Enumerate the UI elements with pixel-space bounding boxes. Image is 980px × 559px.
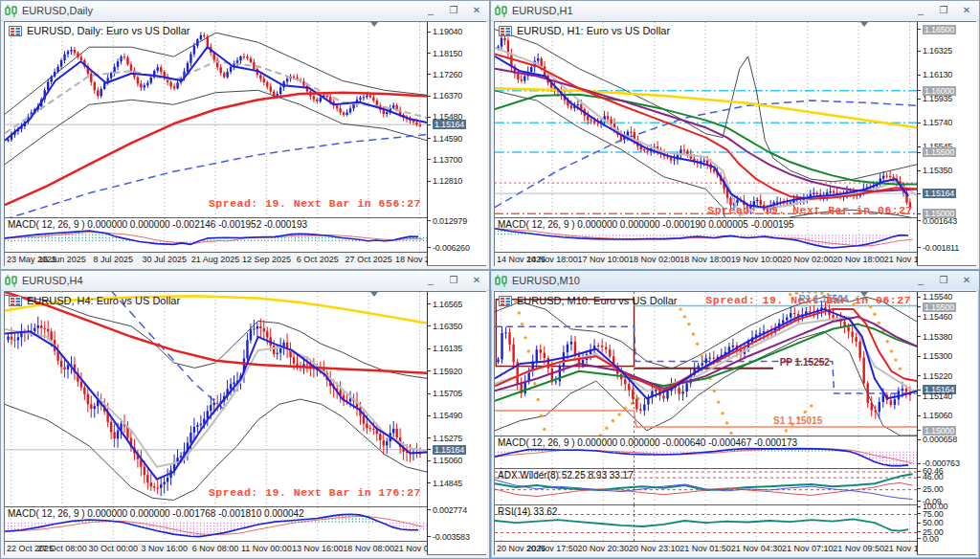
- price-chart[interactable]: [5, 292, 427, 506]
- close-button[interactable]: ✕: [960, 274, 973, 287]
- ma-trend-dashed: [110, 292, 224, 410]
- price-tick-label: 1.14590: [433, 134, 462, 144]
- minimize-button[interactable]: _: [424, 4, 437, 17]
- window-titlebar[interactable]: EURUSD,Daily_❐✕: [1, 1, 489, 21]
- date-label: 21 Nov 04:30: [731, 544, 783, 553]
- macd-pane: MACD( 12, 26, 9 ) 0.000000 0.000000 -0.0…: [495, 217, 917, 253]
- indicator-axis-label: 0.012979: [428, 216, 487, 226]
- price-pane: EURUSD, M10: Euro vs US DollarSpread: 19…: [495, 292, 917, 436]
- price-tick: 1.15350: [918, 166, 977, 175]
- price-tick: 1.15140: [918, 391, 977, 401]
- price-tick-label: 1.15500: [923, 147, 956, 157]
- symbol-icon: [495, 275, 508, 287]
- chart-window-eurusd-daily: EURUSD,Daily_❐✕EURUSD, Daily: Euro vs US…: [0, 0, 490, 270]
- window-titlebar[interactable]: EURUSD,M10_❐✕: [491, 271, 979, 291]
- date-axis: 20 Nov 202520 Nov 17:5020 Nov 20:3020 No…: [495, 541, 917, 556]
- tick-mark: [918, 306, 921, 307]
- chart-label: EURUSD, M10: Euro vs US Dollar: [499, 295, 678, 306]
- price-tick-label: 1.15380: [923, 332, 952, 342]
- date-label: 17 Nov 10:00: [578, 255, 630, 264]
- pivot-label: S1 1.15015: [773, 415, 822, 426]
- window-titlebar[interactable]: EURUSD,H1_❐✕: [491, 1, 979, 21]
- indicator-axis-label: 0.000658: [918, 435, 977, 444]
- maximize-button[interactable]: ❐: [937, 4, 950, 17]
- indicator-axis-label: 0.002774: [428, 505, 487, 515]
- price-tick-label: 1.15300: [923, 351, 952, 361]
- minimize-button[interactable]: _: [914, 4, 927, 17]
- chart-label: EURUSD, Daily: Euro vs US Dollar: [9, 25, 190, 36]
- tick-mark: [918, 506, 921, 507]
- price-tick: 1.15380: [918, 332, 977, 342]
- chart-properties-icon: [9, 26, 22, 36]
- minimize-button[interactable]: _: [424, 274, 437, 287]
- chart-properties-icon: [9, 296, 22, 306]
- tick-mark: [428, 181, 431, 182]
- price-pane: EURUSD, Daily: Euro vs US DollarSpread: …: [5, 22, 427, 217]
- tick-mark: [918, 356, 921, 357]
- maximize-button[interactable]: ❐: [447, 4, 460, 17]
- window-titlebar[interactable]: EURUSD,H4_❐✕: [1, 271, 489, 291]
- tick-mark: [918, 430, 921, 431]
- ma-green: [495, 95, 917, 185]
- price-chart[interactable]: [5, 22, 427, 217]
- indicator-tick-label: 0.012979: [433, 216, 467, 226]
- tick-mark: [918, 415, 921, 416]
- price-tick-label: 1.15490: [433, 411, 462, 420]
- close-button[interactable]: ✕: [470, 274, 483, 287]
- macd-label: MACD( 12, 26, 9 ) 0.000000 0.000000 -0.0…: [8, 508, 304, 519]
- price-tick-label: 1.12810: [433, 176, 462, 186]
- price-chart[interactable]: [495, 292, 917, 436]
- macd-pane: MACD( 12, 26, 9 ) 0.000000 0.000000 -0.0…: [5, 217, 427, 253]
- price-chart[interactable]: [495, 22, 917, 217]
- date-label: 19 Nov 10:00: [731, 255, 783, 264]
- price-tick-label: 1.15460: [923, 312, 952, 322]
- price-tick-label: 1.16135: [433, 344, 462, 353]
- rsi-chart[interactable]: [495, 505, 917, 542]
- indicator-tick-label: 0.00: [923, 534, 939, 544]
- date-label: 30 Jul 2025: [142, 255, 187, 264]
- maximize-button[interactable]: ❐: [937, 274, 950, 287]
- indicator-axis-label: 0.00: [918, 534, 977, 544]
- indicator-tick-label: 0.000658: [923, 435, 957, 444]
- date-label: 21 Aug 2025: [191, 255, 240, 264]
- tick-mark: [918, 463, 921, 464]
- tick-mark: [428, 96, 431, 97]
- maximize-button[interactable]: ❐: [447, 274, 460, 287]
- tick-mark: [918, 375, 921, 376]
- date-label: 18 Nov 08:00: [343, 544, 394, 553]
- chart-label: EURUSD, H4: Euro vs US Dollar: [9, 295, 180, 306]
- tick-mark: [918, 297, 921, 298]
- price-tick: 1.15540: [918, 292, 977, 302]
- window-title: EURUSD,H1: [512, 5, 914, 16]
- indicator-tick-label: 50.00: [923, 518, 944, 527]
- price-tick: 1.15920: [428, 367, 487, 376]
- tick-mark: [428, 220, 431, 221]
- window-controls: _❐✕: [424, 274, 483, 287]
- date-label: 21 Nov 01:50: [679, 544, 731, 553]
- symbol-icon: [5, 5, 18, 17]
- window-client-area: EURUSD, H1: Euro vs US DollarSpread: 19.…: [493, 20, 977, 267]
- tick-mark: [918, 477, 921, 478]
- indicator-axis-label: -0.006260: [428, 243, 487, 253]
- spread-comment: Spread: 19. Next Bar in 06:27: [707, 204, 913, 216]
- price-tick: 1.15500: [918, 302, 977, 312]
- tick-mark: [918, 152, 921, 153]
- date-label: 12 Sep 2025: [242, 255, 291, 264]
- close-button[interactable]: ✕: [960, 4, 973, 17]
- price-tick-label: 1.17260: [433, 70, 462, 79]
- tick-mark: [428, 138, 431, 139]
- price-tick: 1.16135: [428, 344, 487, 353]
- tick-mark: [918, 523, 921, 524]
- price-tick: 1.12810: [428, 176, 487, 186]
- indicator-tick-label: 25.00: [923, 484, 944, 494]
- tick-mark: [918, 220, 921, 221]
- tick-mark: [428, 393, 431, 394]
- window-client-area: EURUSD, M10: Euro vs US DollarSpread: 19…: [493, 290, 977, 556]
- chart-area: EURUSD, M10: Euro vs US DollarSpread: 19…: [494, 291, 976, 555]
- price-tick: 1.14590: [428, 134, 487, 144]
- window-title: EURUSD,M10: [512, 275, 914, 286]
- price-tick-label: 1.15164: [433, 120, 466, 129]
- minimize-button[interactable]: _: [914, 274, 927, 287]
- tick-mark: [428, 437, 431, 438]
- close-button[interactable]: ✕: [470, 4, 483, 17]
